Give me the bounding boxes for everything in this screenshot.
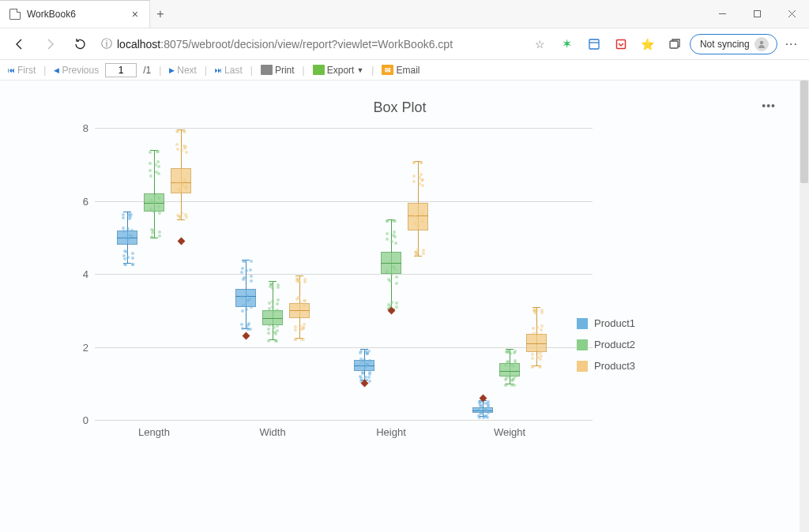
box-Product3-Weight[interactable] (526, 128, 547, 420)
page-number-input[interactable] (105, 63, 137, 77)
svg-rect-1 (754, 11, 760, 17)
last-icon: ⏭ (215, 66, 222, 74)
box-Product1-Length[interactable] (117, 128, 137, 420)
favorite-star-icon[interactable]: ☆ (529, 32, 552, 56)
close-window-button[interactable] (774, 0, 809, 28)
chevron-down-icon: ▼ (356, 66, 363, 74)
legend-label: Product3 (594, 360, 635, 372)
avatar-icon (754, 37, 769, 51)
x-axis-tick: Weight (494, 420, 525, 438)
outlier-point (242, 332, 250, 340)
page-total: /1 (140, 65, 154, 76)
box-Product2-Length[interactable] (144, 128, 164, 420)
chart-plot-area: 02468LengthWidthHeightWeight (95, 128, 569, 420)
browser-titlebar: WorkBook6 × + (0, 0, 809, 28)
minimize-button[interactable] (705, 0, 739, 28)
scrollbar-thumb[interactable] (800, 81, 808, 183)
y-axis-tick: 0 (83, 414, 95, 426)
vertical-scrollbar[interactable] (800, 81, 809, 532)
box-Product3-Length[interactable] (171, 128, 191, 420)
box-Product3-Width[interactable] (289, 128, 310, 420)
x-axis-tick: Width (259, 420, 285, 438)
legend-swatch (577, 318, 588, 329)
box-Product2-Height[interactable] (381, 128, 401, 420)
next-page-button[interactable]: ▶Next (166, 65, 200, 76)
back-button[interactable] (6, 32, 33, 56)
y-axis-tick: 6 (83, 195, 95, 207)
email-button[interactable]: ✉Email (378, 65, 423, 76)
evernote-icon[interactable]: ✶ (555, 32, 579, 56)
window-controls (705, 0, 809, 28)
box-Product3-Height[interactable] (408, 128, 428, 420)
forward-button[interactable] (36, 32, 63, 56)
chart-title: Box Plot (0, 81, 800, 116)
first-page-button[interactable]: ⏮First (5, 65, 39, 76)
url-field[interactable]: ⓘ localhost:8075/webroot/decision/view/r… (96, 32, 525, 56)
svg-rect-6 (616, 39, 625, 48)
browser-menu-button[interactable]: ··· (781, 37, 803, 51)
legend-item-Product2[interactable]: Product2 (577, 339, 635, 350)
tab-title: WorkBook6 (27, 9, 124, 20)
legend-label: Product2 (594, 339, 635, 350)
pocket-icon[interactable] (609, 32, 633, 56)
y-axis-tick: 4 (83, 268, 95, 280)
legend-swatch (577, 361, 588, 372)
legend-swatch (577, 339, 588, 350)
legend-item-Product3[interactable]: Product3 (577, 360, 635, 372)
box-Product2-Weight[interactable] (499, 128, 520, 420)
print-button[interactable]: Print (258, 65, 298, 76)
outlier-point (177, 237, 185, 245)
profile-sync-button[interactable]: Not syncing (690, 34, 777, 54)
report-toolbar: ⏮First | ◀Previous /1 | ▶Next | ⏭Last | … (0, 60, 809, 81)
export-button[interactable]: Export ▼ (310, 65, 367, 76)
first-icon: ⏮ (8, 66, 15, 74)
chart-menu-button[interactable]: ••• (762, 99, 776, 112)
svg-point-8 (759, 40, 762, 43)
reader-icon[interactable] (582, 32, 606, 56)
refresh-button[interactable] (66, 32, 93, 56)
y-axis-tick: 8 (83, 122, 95, 134)
legend-label: Product1 (594, 317, 635, 329)
next-icon: ▶ (169, 66, 175, 74)
x-axis-tick: Length (138, 420, 170, 438)
box-Product2-Width[interactable] (262, 128, 283, 420)
chart-legend: Product1Product2Product3 (577, 317, 635, 372)
export-icon (313, 65, 325, 75)
prev-icon: ◀ (54, 66, 59, 74)
y-axis-tick: 2 (83, 341, 95, 353)
close-tab-icon[interactable]: × (130, 8, 140, 21)
favorites-bar-icon[interactable]: ⭐ (636, 32, 660, 56)
collections-icon[interactable] (663, 32, 687, 56)
box-Product1-Height[interactable] (354, 128, 374, 420)
previous-page-button[interactable]: ◀Previous (51, 65, 102, 76)
legend-item-Product1[interactable]: Product1 (577, 317, 635, 329)
file-icon (9, 9, 21, 20)
browser-tab[interactable]: WorkBook6 × (0, 0, 150, 28)
box-Product1-Weight[interactable] (472, 128, 493, 420)
svg-rect-4 (589, 39, 599, 49)
new-tab-button[interactable]: + (150, 0, 171, 28)
email-icon: ✉ (382, 65, 393, 75)
browser-addressbar: ⓘ localhost:8075/webroot/decision/view/r… (0, 28, 809, 60)
report-viewport: Box Plot ••• 02468LengthWidthHeightWeigh… (0, 81, 800, 532)
x-axis-tick: Height (376, 420, 406, 438)
last-page-button[interactable]: ⏭Last (212, 65, 246, 76)
svg-rect-7 (670, 41, 678, 48)
maximize-button[interactable] (739, 0, 774, 28)
box-Product1-Width[interactable] (235, 128, 256, 420)
url-text: localhost:8075/webroot/decision/view/rep… (117, 38, 453, 51)
printer-icon (261, 65, 273, 75)
sync-label: Not syncing (700, 39, 750, 50)
site-info-icon[interactable]: ⓘ (101, 37, 112, 51)
